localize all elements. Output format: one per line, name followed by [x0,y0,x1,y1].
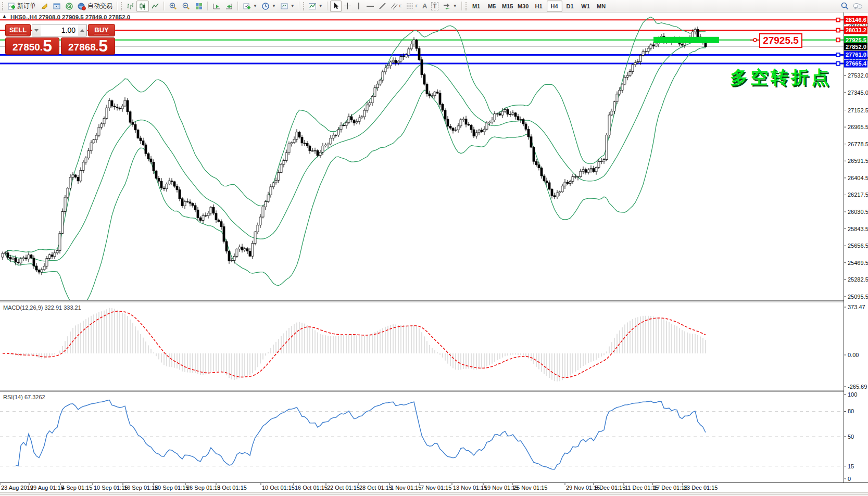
label-button[interactable]: T [429,1,440,12]
trendline-button[interactable] [376,1,388,12]
price-tick-label: 25282.5 [848,276,868,283]
time-axis-label: 10 Sep 01:15 [94,485,128,491]
price-tick-label: 26778.5 [848,141,868,147]
search-icon[interactable] [840,2,849,10]
trendline-icon [379,2,386,10]
macd-tick-label: 0.00 [848,352,859,358]
caret-down-icon: ▼ [272,4,276,8]
timeframe-button-H4[interactable]: H4 [547,1,562,12]
line-chart-button[interactable] [149,1,161,12]
terminal-window-button[interactable] [51,1,63,12]
chinese-annotation: 多空转折点 [730,66,832,90]
toolbar-separator [117,2,118,10]
time-axis-label: 17 Dec 01:15 [653,485,687,491]
macd-tick-label: 373.47 [848,304,865,310]
text-button[interactable]: A [420,1,429,12]
line-endpoint-marker [836,62,840,66]
svg-text:28033.2: 28033.2 [846,27,866,33]
sell-button[interactable]: SELL [5,24,31,36]
timeframe-button-M1[interactable]: M1 [469,1,484,12]
time-axis-label: 5 Dec 01:15 [595,485,625,491]
volume-increase-button[interactable] [78,24,86,36]
tile-windows-icon [195,2,203,10]
timeframe-button-W1[interactable]: W1 [578,1,594,12]
toolbar-grip [2,2,3,10]
vertical-line-button[interactable] [354,1,364,12]
candlestick-icon [139,2,147,10]
templates-button[interactable]: ▼ [278,1,297,12]
volume-input[interactable] [41,24,78,36]
volume-spinner [32,24,87,36]
volume-decrease-button[interactable] [32,24,41,36]
zoom-in-button[interactable] [167,1,180,12]
time-axis-label: 16 Oct 01:15 [295,485,328,491]
scrollbar-groove [0,494,868,496]
panel-collapse-arrow[interactable]: ▲ [2,14,7,19]
horizontal-line-icon [366,3,374,10]
timeframe-button-D1[interactable]: D1 [562,1,578,12]
candlestick-button[interactable] [136,1,149,12]
bar-chart-button[interactable] [124,1,136,12]
timeframe-button-MN[interactable]: MN [594,1,609,12]
svg-text:28146.6: 28146.6 [846,17,866,23]
toolbar-separator [461,2,462,10]
signal-button[interactable] [63,1,76,12]
tile-windows-button[interactable] [193,1,205,12]
indicators-button[interactable]: ▼ [306,1,325,12]
buy-price-display[interactable]: 27868.5 [61,37,115,55]
timeframe-button-M15[interactable]: M15 [500,1,515,12]
horizontal-line-button[interactable] [364,1,376,12]
zoom-out-button[interactable] [180,1,193,12]
channel-button[interactable]: E [388,1,404,12]
new-order-button[interactable]: 新订单 [5,1,38,12]
profiles-clock-button[interactable]: ▼ [259,1,278,12]
sell-price-big-digit: 5 [43,39,52,53]
time-axis-label: 7 Nov 01:15 [421,485,451,491]
sell-button-label: SELL [9,26,27,34]
chat-icon[interactable] [852,2,863,10]
toolbar-grip [303,2,304,10]
shapes-button[interactable]: ▼ [441,1,459,12]
cursor-button[interactable] [330,1,342,12]
toolbar-separator [237,2,238,10]
timeframe-button-M5[interactable]: M5 [484,1,500,12]
time-axis-label: 3 Oct 01:15 [217,485,247,491]
main-toolbar: 新订单 自动交易 [0,0,868,12]
buy-price-big-digit: 5 [98,39,108,53]
bottom-scrollbar[interactable] [0,492,868,496]
caret-down-icon: ▼ [291,4,295,8]
fibonacci-button[interactable]: F [404,1,420,12]
buy-button[interactable]: BUY [88,24,115,36]
price-tick-label: 26030.5 [848,209,868,215]
autotrading-icon [78,2,86,10]
autotrading-label: 自动交易 [87,2,112,10]
bar-chart-icon [126,2,134,10]
price-tick-label: 27532.0 [848,72,868,79]
auto-scroll-button[interactable] [210,1,223,12]
caret-down-icon: ▼ [253,4,257,8]
new-chart-button[interactable]: ▼ [241,1,259,12]
yellow-pointer-button[interactable] [38,1,51,12]
autotrading-button[interactable]: 自动交易 [76,1,115,12]
price-tick-label: 25656.5 [848,243,868,249]
caret-down-icon: ▼ [453,4,457,8]
rsi-indicator-label: RSI(14) 67.3262 [3,394,45,400]
time-axis-label: 26 Sep 01:15 [186,485,220,491]
time-axis-label: 22 Oct 01:15 [327,485,360,491]
chart-title: HK50-,H4 27908.0 27909.5 27849.0 27852.0 [10,14,130,20]
auto-scroll-icon [212,2,221,10]
terminal-window-icon [53,2,61,10]
chart-shift-button[interactable] [223,1,235,12]
price-tick-label: 25843.5 [848,226,868,232]
signal-icon [65,2,73,10]
price-tick-label: 27152.5 [848,107,868,113]
time-axis-label: 28 Oct 01:15 [359,485,392,491]
price-tick-label: 26404.5 [848,175,868,181]
timeframe-button-H1[interactable]: H1 [531,1,547,12]
channel-letter: E [399,4,402,8]
price-annotation-box: 27925.5 [759,33,802,48]
line-chart-icon [151,2,159,10]
crosshair-button[interactable] [342,1,354,12]
sell-price-display[interactable]: 27850.5 [5,37,59,55]
timeframe-button-M30[interactable]: M30 [515,1,531,12]
